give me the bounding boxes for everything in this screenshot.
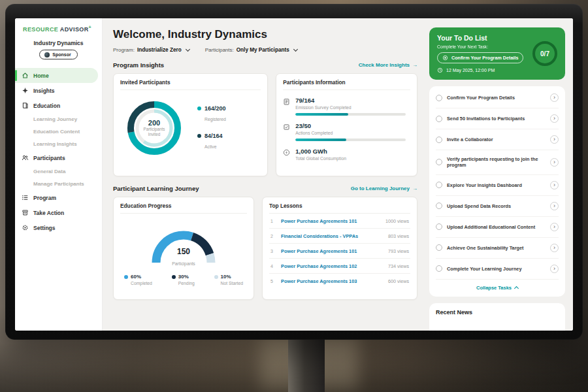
lesson-row: 5 Power Purchase Agreements 103 600 view…	[269, 274, 410, 288]
legend-not-started: 10% Not Started	[214, 274, 243, 286]
sidebar-item-education[interactable]: Education	[15, 98, 102, 113]
box-icon	[22, 209, 29, 216]
org-name: Industry Dynamics	[15, 40, 102, 46]
chevron-right-icon[interactable]: ›	[550, 244, 559, 252]
next-task-chip[interactable]: Confirm Your Program Details	[437, 52, 523, 63]
chevron-right-icon[interactable]: ›	[550, 114, 559, 123]
task-row[interactable]: Explore Your Insights Dashboard ›	[436, 175, 559, 196]
recent-news-card: Recent News	[429, 303, 565, 331]
task-checkbox[interactable]	[436, 137, 442, 143]
task-row[interactable]: Invite a Collaborator ›	[436, 129, 559, 150]
task-row[interactable]: Upload Spend Data Records ›	[436, 196, 559, 217]
lesson-link[interactable]: Power Purchase Agreements 103	[281, 278, 383, 284]
sparkle-icon	[22, 87, 29, 94]
sidebar-item-insights[interactable]: Insights	[15, 83, 102, 98]
lesson-link[interactable]: Power Purchase Agreements 102	[281, 263, 383, 269]
sidebar-item-settings[interactable]: Settings	[15, 220, 102, 235]
gear-icon	[22, 224, 29, 231]
checklist-icon	[283, 123, 290, 131]
task-row[interactable]: Verify participants requesting to join t…	[436, 150, 559, 175]
task-checkbox[interactable]	[436, 116, 442, 122]
legend-dot	[197, 134, 201, 138]
chevron-right-icon[interactable]: ›	[550, 93, 559, 102]
sidebar-item-participants[interactable]: Participants	[15, 150, 102, 165]
lesson-link[interactable]: Financial Considerations - VPPAs	[281, 233, 383, 239]
sidebar-item-home[interactable]: Home	[15, 68, 98, 83]
radio-icon	[442, 55, 448, 61]
page-title: Welcome, Industry Dynamics	[113, 28, 417, 41]
lesson-row: 2 Financial Considerations - VPPAs 803 v…	[269, 229, 410, 244]
chevron-right-icon[interactable]: ›	[550, 181, 559, 189]
info-row-survey: 79/164 Emission Survey Completed	[283, 90, 410, 116]
task-checkbox[interactable]	[436, 223, 442, 230]
sidebar: RESOURCE ADVISOR+ Industry Dynamics Spon…	[15, 18, 103, 331]
sponsor-icon	[44, 52, 50, 57]
chevron-up-icon	[514, 286, 519, 291]
filters-bar: Program: Industrialize Zero Participants…	[113, 47, 417, 53]
task-row[interactable]: Send 50 Invitations to Participants ›	[436, 108, 559, 129]
legend-completed: 60% Completed	[124, 274, 152, 286]
invited-participants-card: Invited Participants	[113, 73, 268, 176]
participants-information-card: Participants Information 79/164 Emission…	[276, 73, 417, 176]
task-row[interactable]: Complete Your Learning Journey ›	[436, 259, 559, 280]
task-checkbox[interactable]	[436, 182, 442, 188]
participants-filter-dropdown[interactable]: Participants: Only My Participants	[205, 47, 297, 53]
collapse-tasks-link[interactable]: Collapse Tasks	[436, 280, 559, 293]
book-icon	[22, 102, 29, 109]
legend-dot	[197, 106, 201, 110]
sidebar-item-manage-participants[interactable]: Manage Participants	[15, 178, 102, 190]
info-row-actions: 23/50 Actions Completed	[283, 116, 410, 141]
program-filter-dropdown[interactable]: Program: Industrialize Zero	[113, 47, 189, 53]
section-title-learning-journey: Participant Learning Journey	[113, 185, 199, 192]
lesson-link[interactable]: Power Purchase Agreements 101	[281, 218, 380, 224]
dashboard-screen: RESOURCE ADVISOR+ Industry Dynamics Spon…	[15, 18, 573, 331]
go-to-learning-journey-link[interactable]: Go to Learning Journey →	[351, 186, 417, 191]
progress-bar	[295, 113, 406, 116]
sidebar-item-take-action[interactable]: Take Action	[15, 205, 102, 220]
sidebar-item-education-content[interactable]: Education Content	[15, 125, 102, 138]
sidebar-nav: Home Insights Education Learning Journey…	[15, 68, 102, 235]
check-more-insights-link[interactable]: Check More Insights →	[359, 62, 417, 68]
app-logo: RESOURCE ADVISOR+	[15, 25, 102, 33]
info-row-consumption: 1,000 GWh Total Global Consumption	[283, 141, 410, 161]
lesson-link[interactable]: Power Purchase Agreements 101	[281, 248, 383, 254]
lesson-row: 4 Power Purchase Agreements 102 734 view…	[269, 259, 410, 274]
lesson-row: 3 Power Purchase Agreements 101 793 view…	[269, 244, 410, 259]
chevron-right-icon[interactable]: ›	[550, 135, 559, 144]
progress-bar	[295, 139, 406, 141]
task-checkbox[interactable]	[436, 95, 442, 101]
section-title-program-insights: Program Insights	[113, 61, 164, 69]
main-content: Welcome, Industry Dynamics Program: Indu…	[103, 18, 425, 331]
legend-dot	[172, 275, 176, 279]
sidebar-item-learning-journey[interactable]: Learning Journey	[15, 113, 102, 125]
todo-task-list: Confirm Your Program Details › Send 50 I…	[429, 86, 565, 297]
task-counter: 0/7	[532, 41, 557, 66]
task-checkbox[interactable]	[436, 203, 442, 209]
chevron-right-icon[interactable]: ›	[550, 265, 559, 273]
top-lessons-card: Top Lessons 1 Power Purchase Agreements …	[262, 197, 417, 300]
sidebar-item-general-data[interactable]: General Data	[15, 165, 102, 178]
task-checkbox[interactable]	[436, 244, 442, 251]
chevron-right-icon[interactable]: ›	[550, 223, 559, 231]
legend-active: 84/164 Active	[197, 133, 226, 151]
chevron-down-icon	[186, 47, 190, 52]
sidebar-item-learning-insights[interactable]: Learning Insights	[15, 138, 102, 150]
arrow-right-icon: →	[412, 186, 417, 191]
task-row[interactable]: Confirm Your Program Details ›	[436, 88, 559, 108]
task-checkbox[interactable]	[436, 159, 442, 165]
task-row[interactable]: Upload Additional Educational Content ›	[436, 217, 559, 238]
home-icon	[22, 72, 29, 79]
legend-registered: 164/200 Registered	[197, 105, 226, 123]
legend-dot	[124, 275, 128, 279]
monitor-stand	[288, 338, 325, 392]
task-row[interactable]: Achieve One Sustainability Target ›	[436, 238, 559, 259]
task-checkbox[interactable]	[436, 265, 442, 272]
education-gauge-chart: 150 Participants	[141, 220, 226, 267]
energy-icon	[283, 149, 290, 156]
chevron-right-icon[interactable]: ›	[550, 202, 559, 210]
education-progress-card: Education Progress 150 Participants 60%	[113, 197, 254, 300]
sponsor-badge[interactable]: Sponsor	[39, 50, 77, 59]
chevron-right-icon[interactable]: ›	[550, 158, 559, 167]
sidebar-item-program[interactable]: Program	[15, 190, 102, 205]
todo-summary-card: Your To Do List Complete Your Next Task:…	[429, 27, 565, 80]
